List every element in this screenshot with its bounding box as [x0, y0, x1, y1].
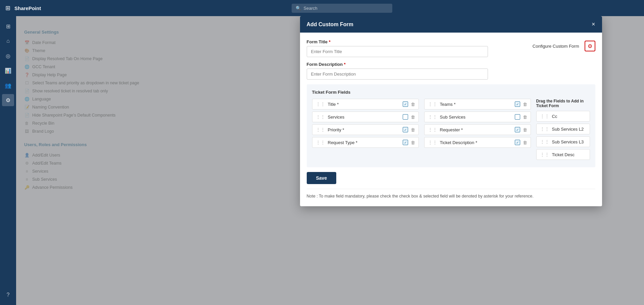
field-row-title: ⋮⋮ Title * ✓ 🗑: [312, 99, 419, 110]
drag-handle-title[interactable]: ⋮⋮: [316, 101, 325, 107]
field-name-services: Services: [328, 115, 400, 120]
field-delete-ticket-desc[interactable]: 🗑: [523, 140, 527, 145]
modal-body: Form Title * Form Description *: [300, 33, 602, 206]
field-check-priority[interactable]: ✓: [403, 127, 408, 132]
drag-handle-services[interactable]: ⋮⋮: [316, 114, 325, 120]
modal-title: Add Custom Form: [307, 21, 354, 28]
settings-nav-icon[interactable]: ⚙: [2, 94, 14, 106]
field-check-teams[interactable]: ✓: [515, 101, 520, 107]
search-icon: 🔍: [296, 6, 301, 11]
field-delete-teams[interactable]: 🗑: [523, 102, 527, 107]
drag-field-name-cc: Cc: [552, 114, 586, 119]
drag-handle-teams[interactable]: ⋮⋮: [428, 101, 437, 107]
form-title-label: Form Title *: [307, 39, 525, 44]
drag-handle-ticket-desc-extra[interactable]: ⋮⋮: [540, 152, 549, 157]
fields-left-col: ⋮⋮ Title * ✓ 🗑 ⋮⋮ Services 🗑: [312, 99, 419, 162]
drag-field-name-ssl2: Sub Services L2: [552, 127, 586, 132]
fields-section-title: Ticket Form Fields: [312, 90, 590, 95]
field-check-title[interactable]: ✓: [403, 101, 408, 107]
drag-field-sub-services-l3[interactable]: ⋮⋮ Sub Services L3: [536, 136, 590, 147]
topbar: ⊞ SharePoint 🔍: [0, 0, 644, 16]
field-delete-request-type[interactable]: 🗑: [411, 140, 415, 145]
field-name-requester: Requester *: [440, 127, 512, 132]
form-title-configure-row: Form Title * Form Description *: [307, 39, 595, 84]
form-desc-label: Form Description *: [307, 62, 525, 67]
field-check-sub-services[interactable]: [515, 114, 520, 120]
drag-field-ticket-desc-extra[interactable]: ⋮⋮ Ticket Desc: [536, 149, 590, 160]
form-title-row: Form Title *: [307, 39, 525, 57]
drag-field-name-ssl3: Sub Services L3: [552, 139, 586, 144]
form-desc-row: Form Description *: [307, 62, 525, 80]
search-bar[interactable]: 🔍: [292, 4, 392, 13]
drag-section-title: Drag the Fields to Add in Ticket Form: [536, 99, 590, 108]
waffle-icon[interactable]: ⊞: [5, 4, 10, 12]
field-delete-title[interactable]: 🗑: [411, 102, 415, 107]
field-name-teams: Teams *: [440, 102, 512, 107]
note-text: Note : To make field mandatory, please c…: [307, 189, 595, 200]
drag-handle-ticket-desc[interactable]: ⋮⋮: [428, 140, 437, 145]
field-check-request-type[interactable]: ✓: [403, 140, 408, 145]
field-row-ticket-desc: ⋮⋮ Ticket Description * ✓ 🗑: [424, 137, 531, 148]
drag-handle-cc[interactable]: ⋮⋮: [540, 114, 549, 119]
field-check-ticket-desc[interactable]: ✓: [515, 140, 520, 145]
field-name-request-type: Request Type *: [328, 140, 400, 145]
field-check-requester[interactable]: ✓: [515, 127, 520, 132]
main-layout: ⊞ ⌂ ◎ 📊 👥 ⚙ ? General Settings 📅 Date Fo…: [0, 16, 644, 305]
drag-handle-request-type[interactable]: ⋮⋮: [316, 140, 325, 145]
ticket-form-fields-section: Ticket Form Fields ⋮⋮ Title * ✓ 🗑: [307, 84, 595, 167]
add-custom-form-modal: Add Custom Form × Form Title *: [300, 16, 602, 206]
field-row-priority: ⋮⋮ Priority * ✓ 🗑: [312, 124, 419, 135]
configure-custom-form-section: Configure Custom Form ⚙: [533, 41, 595, 51]
field-row-teams: ⋮⋮ Teams * ✓ 🗑: [424, 99, 531, 110]
configure-gear-button[interactable]: ⚙: [585, 41, 595, 51]
drag-handle-priority[interactable]: ⋮⋮: [316, 127, 325, 132]
modal-header: Add Custom Form ×: [300, 16, 602, 33]
fields-columns: ⋮⋮ Title * ✓ 🗑 ⋮⋮ Services 🗑: [312, 99, 590, 162]
form-title-section: Form Title * Form Description *: [307, 39, 525, 84]
waffle-nav-icon[interactable]: ⊞: [2, 20, 14, 32]
fields-middle-col: ⋮⋮ Teams * ✓ 🗑 ⋮⋮ Sub Services 🗑: [424, 99, 531, 162]
field-delete-services[interactable]: 🗑: [411, 115, 415, 120]
drag-field-cc[interactable]: ⋮⋮ Cc: [536, 111, 590, 122]
people-nav-icon[interactable]: 👥: [2, 79, 14, 91]
search-nav-icon[interactable]: ◎: [2, 50, 14, 62]
drag-field-sub-services-l2[interactable]: ⋮⋮ Sub Services L2: [536, 124, 590, 134]
app-logo: SharePoint: [14, 5, 41, 11]
field-delete-requester[interactable]: 🗑: [523, 127, 527, 132]
form-desc-input[interactable]: [307, 69, 488, 80]
drag-handle-ssl3[interactable]: ⋮⋮: [540, 139, 549, 144]
field-row-sub-services: ⋮⋮ Sub Services 🗑: [424, 112, 531, 122]
field-delete-sub-services[interactable]: 🗑: [523, 115, 527, 120]
modal-close-button[interactable]: ×: [592, 21, 595, 28]
drag-handle-requester[interactable]: ⋮⋮: [428, 127, 437, 132]
drag-field-name-ticket-desc-extra: Ticket Desc: [552, 152, 586, 157]
form-title-input[interactable]: [307, 46, 488, 57]
main-content: General Settings 📅 Date Format 🎨 Theme 📄…: [16, 16, 644, 305]
field-name-sub-services: Sub Services: [440, 115, 512, 120]
field-name-title: Title *: [328, 102, 400, 107]
field-row-services: ⋮⋮ Services 🗑: [312, 112, 419, 122]
save-button[interactable]: Save: [307, 172, 337, 184]
field-name-ticket-desc: Ticket Description *: [440, 140, 512, 145]
sidebar-icon-strip: ⊞ ⌂ ◎ 📊 👥 ⚙ ?: [0, 16, 16, 305]
home-nav-icon[interactable]: ⌂: [2, 35, 14, 47]
configure-custom-form-label: Configure Custom Form: [533, 44, 579, 49]
fields-drag-col: Drag the Fields to Add in Ticket Form ⋮⋮…: [536, 99, 590, 162]
modal-overlay: Add Custom Form × Form Title *: [16, 16, 644, 305]
help-nav-icon[interactable]: ?: [2, 289, 14, 301]
field-row-requester: ⋮⋮ Requester * ✓ 🗑: [424, 124, 531, 135]
field-name-priority: Priority *: [328, 127, 400, 132]
drag-handle-ssl2[interactable]: ⋮⋮: [540, 126, 549, 132]
field-delete-priority[interactable]: 🗑: [411, 127, 415, 132]
search-input[interactable]: [304, 6, 388, 11]
field-check-services[interactable]: [403, 114, 408, 120]
field-row-request-type: ⋮⋮ Request Type * ✓ 🗑: [312, 137, 419, 148]
drag-handle-sub-services[interactable]: ⋮⋮: [428, 114, 437, 120]
chart-nav-icon[interactable]: 📊: [2, 64, 14, 77]
